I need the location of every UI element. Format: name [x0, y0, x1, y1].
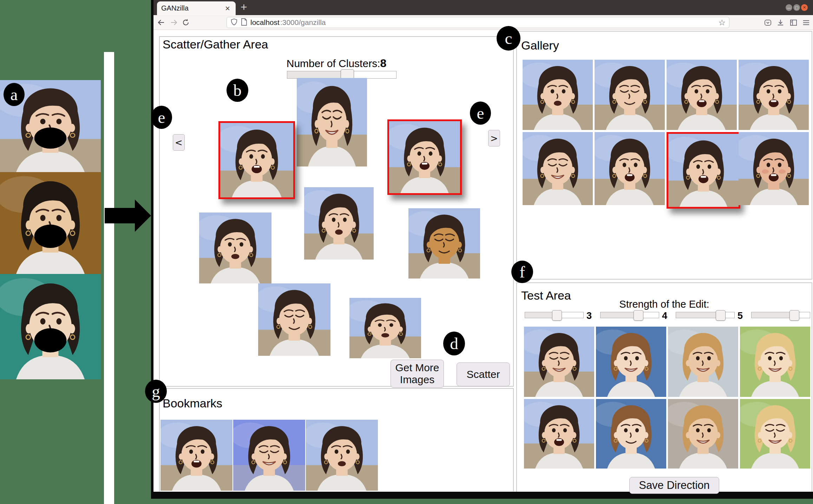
get-more-images-label: Get MoreImages [395, 362, 439, 386]
strength-slider-4[interactable] [751, 312, 810, 318]
annotation-label-d: d [443, 332, 465, 355]
next-cluster-button[interactable]: > [488, 130, 500, 146]
source-image-3 [0, 274, 101, 379]
annotation-label-c: c [497, 26, 520, 51]
figure-canvas: GANzilla × + — ▢ ✕ [0, 0, 813, 504]
clusters-value: 8 [380, 57, 386, 70]
pocket-icon[interactable] [763, 18, 773, 27]
scatter-image-7[interactable] [258, 283, 330, 356]
strength-slider-track[interactable] [600, 312, 659, 318]
annotation-label-b: b [227, 79, 248, 102]
gallery-image-3[interactable] [667, 60, 737, 130]
tab-title: GANzilla [161, 4, 224, 12]
shield-icon [230, 18, 238, 27]
gallery-image-5[interactable] [523, 132, 593, 205]
strength-slider-thumb[interactable] [716, 310, 726, 321]
strength-value-2: 4 [662, 310, 667, 321]
browser-nav-bar: localhost:3000/ganzilla ☆ [153, 15, 813, 30]
scatter-button[interactable]: Scatter [457, 362, 510, 386]
bookmarks-title: Bookmarks [163, 397, 222, 410]
bookmark-star-icon[interactable]: ☆ [718, 18, 726, 27]
test-image-3[interactable] [668, 327, 738, 397]
scatter-gather-title: Scatter/Gather Area [163, 38, 268, 51]
save-direction-button[interactable]: Save Direction [629, 477, 719, 494]
bookmark-image-3[interactable] [306, 420, 378, 491]
download-icon[interactable] [775, 18, 785, 27]
scatter-image-8[interactable] [349, 298, 421, 358]
gallery-image-1[interactable] [523, 60, 593, 130]
reload-icon[interactable] [181, 18, 191, 27]
strength-slider-track[interactable] [751, 312, 810, 318]
forward-icon[interactable] [169, 18, 179, 27]
test-area-panel: Test Area Strength of the Edit: 3 4 5 5 [516, 282, 812, 492]
browser-tab-bar: GANzilla × + — ▢ ✕ [153, 0, 813, 15]
new-tab-button[interactable]: + [241, 1, 247, 14]
strength-slider-thumb[interactable] [552, 310, 562, 321]
test-image-2[interactable] [596, 327, 666, 397]
gallery-image-6[interactable] [595, 132, 665, 205]
scatter-image-2[interactable] [218, 121, 295, 199]
clusters-slider[interactable] [287, 71, 396, 79]
strength-slider-track[interactable] [676, 312, 735, 318]
test-image-8[interactable] [740, 399, 810, 469]
test-image-7[interactable] [668, 399, 738, 469]
scatter-image-1[interactable] [297, 78, 367, 166]
test-image-6[interactable] [596, 399, 666, 469]
back-icon[interactable] [156, 18, 166, 27]
annotation-label-e_right: e [470, 102, 491, 125]
strength-value-3: 5 [737, 310, 743, 321]
test-image-1[interactable] [524, 327, 594, 397]
strength-slider-1[interactable] [525, 312, 584, 318]
strength-slider-3[interactable] [676, 312, 735, 318]
scatter-image-3[interactable] [387, 119, 462, 195]
page-info-icon [241, 18, 247, 27]
gallery-image-8[interactable] [739, 132, 809, 205]
scatter-image-5[interactable] [199, 212, 271, 283]
strength-slider-2[interactable] [600, 312, 659, 318]
gallery-title: Gallery [521, 39, 559, 52]
annotation-label-f: f [511, 261, 533, 283]
gallery-image-7[interactable] [667, 132, 740, 209]
strength-value-1: 3 [586, 310, 592, 321]
window-close-button[interactable]: ✕ [801, 4, 808, 11]
gallery-panel: Gallery [516, 31, 812, 280]
menu-hamburger-icon[interactable] [801, 18, 811, 27]
gallery-image-4[interactable] [739, 60, 809, 130]
test-image-4[interactable] [740, 327, 810, 397]
scatter-image-4[interactable] [304, 187, 374, 260]
strength-label: Strength of the Edit: [517, 299, 812, 310]
bookmarks-panel: Bookmarks [159, 388, 514, 491]
annotation-label-g: g [145, 380, 167, 403]
scatter-image-6[interactable] [408, 208, 480, 279]
window-maximize-button[interactable]: ▢ [793, 4, 800, 11]
url-host: localhost [250, 18, 280, 27]
tab-close-icon[interactable]: × [224, 4, 231, 13]
sidebar-icon[interactable] [788, 18, 798, 27]
clusters-label-row: Number of Clusters:8 [160, 57, 513, 70]
bookmark-image-2[interactable] [233, 420, 305, 491]
test-image-5[interactable] [524, 399, 594, 469]
figure-divider-strip [104, 52, 114, 504]
figure-arrow-icon [105, 199, 151, 232]
strength-slider-thumb[interactable] [634, 310, 643, 321]
source-image-2 [0, 172, 101, 274]
gallery-image-2[interactable] [595, 60, 665, 130]
annotation-label-e_left: e [151, 106, 172, 129]
strength-slider-thumb[interactable] [789, 310, 799, 321]
bookmark-image-1[interactable] [160, 420, 232, 491]
annotation-label-a: a [4, 83, 25, 106]
window-minimize-button[interactable]: — [786, 4, 792, 11]
url-bar[interactable]: localhost:3000/ganzilla ☆ [227, 17, 729, 28]
url-path: :3000/ganzilla [280, 18, 326, 27]
get-more-images-button[interactable]: Get MoreImages [391, 360, 444, 388]
prev-cluster-button[interactable]: < [173, 134, 185, 151]
clusters-label: Number of Clusters: [287, 58, 380, 69]
browser-tab[interactable]: GANzilla × [157, 1, 236, 15]
